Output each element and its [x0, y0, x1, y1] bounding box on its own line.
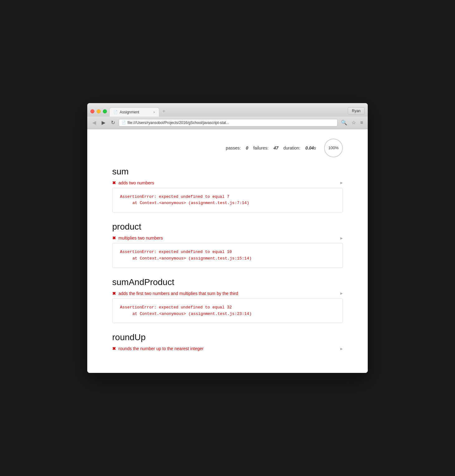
url-text: file:///Users/ryansobol/Projects/2016/gS…	[127, 121, 229, 125]
test-label: rounds the number up to the nearest inte…	[118, 346, 204, 351]
error-line2: at Context.<anonymous> (assignment.test.…	[120, 200, 335, 207]
failures-label: failures:	[253, 145, 269, 150]
expand-button[interactable]: ▶	[340, 181, 343, 184]
test-label: multiplies two numbers	[118, 236, 163, 240]
duration-label: duration:	[283, 145, 300, 150]
minimize-button[interactable]	[97, 109, 101, 113]
test-section-sum: sum ✖ adds two numbers ▶ AssertionError:…	[112, 167, 343, 213]
nav-bar: ◀ ▶ ↻ 📄 file:///Users/ryansobol/Projects…	[87, 117, 368, 129]
error-line1: AssertionError: expected undefined to eq…	[120, 249, 335, 255]
error-line2: at Context.<anonymous> (assignment.test.…	[120, 311, 335, 317]
expand-button[interactable]: ▶	[340, 236, 343, 240]
maximize-button[interactable]	[103, 109, 107, 113]
bookmark-button[interactable]: ☆	[350, 119, 357, 126]
url-doc-icon: 📄	[122, 121, 126, 125]
tab-title: Assignment	[120, 110, 139, 114]
tab-close-icon[interactable]: ×	[153, 110, 155, 114]
section-title-sum: sum	[112, 167, 343, 177]
fail-icon: ✖	[112, 346, 116, 351]
forward-button[interactable]: ▶	[100, 119, 107, 126]
test-item: ✖ rounds the number up to the nearest in…	[112, 346, 343, 351]
page-content: passes: 0 failures: 47 duration: 0.04s 1…	[87, 129, 368, 373]
expand-button[interactable]: ▶	[340, 347, 343, 350]
url-bar[interactable]: 📄 file:///Users/ryansobol/Projects/2016/…	[119, 119, 338, 126]
passes-value: 0	[246, 145, 248, 150]
error-line1: AssertionError: expected undefined to eq…	[120, 194, 335, 200]
test-item: ✖ adds the first two numbers and multipl…	[112, 291, 343, 296]
fail-icon: ✖	[112, 180, 116, 185]
active-tab[interactable]: 📄 Assignment ×	[109, 107, 159, 117]
test-item: ✖ multiplies two numbers ▶	[112, 236, 343, 240]
test-section-roundup: roundUp ✖ rounds the number up to the ne…	[112, 332, 343, 351]
test-label: adds two numbers	[118, 180, 154, 185]
browser-window: 📄 Assignment × + Ryan ◀ ▶ ↻ 📄 file:///Us…	[87, 103, 368, 373]
test-item: ✖ adds two numbers ▶	[112, 180, 343, 185]
stats-bar: passes: 0 failures: 47 duration: 0.04s 1…	[112, 139, 343, 157]
title-bar: 📄 Assignment × + Ryan	[87, 103, 368, 117]
back-button[interactable]: ◀	[90, 119, 98, 126]
error-box: AssertionError: expected undefined to eq…	[112, 243, 343, 268]
progress-circle: 100%	[324, 139, 343, 157]
search-button[interactable]: 🔍	[339, 119, 349, 126]
nav-actions: 🔍 ☆ ≡	[339, 119, 365, 126]
fail-icon: ✖	[112, 291, 116, 296]
tab-doc-icon: 📄	[113, 110, 118, 114]
test-section-product: product ✖ multiplies two numbers ▶ Asser…	[112, 222, 343, 268]
user-button[interactable]: Ryan	[348, 107, 365, 115]
reload-button[interactable]: ↻	[109, 119, 117, 126]
error-line2: at Context.<anonymous> (assignment.test.…	[120, 255, 335, 262]
duration-value: 0.04s	[305, 145, 316, 150]
test-section-sumandproduct: sumAndProduct ✖ adds the first two numbe…	[112, 277, 343, 323]
failures-value: 47	[274, 145, 279, 150]
close-button[interactable]	[90, 109, 94, 113]
error-line1: AssertionError: expected undefined to eq…	[120, 304, 335, 311]
section-title-roundup: roundUp	[112, 332, 343, 342]
test-label: adds the first two numbers and multiplie…	[118, 291, 238, 296]
menu-button[interactable]: ≡	[359, 119, 365, 126]
section-title-sumandproduct: sumAndProduct	[112, 277, 343, 287]
progress-value: 100%	[328, 145, 338, 150]
section-title-product: product	[112, 222, 343, 232]
error-box: AssertionError: expected undefined to eq…	[112, 298, 343, 323]
fail-icon: ✖	[112, 236, 116, 240]
new-tab-button[interactable]: +	[159, 106, 168, 117]
error-box: AssertionError: expected undefined to eq…	[112, 188, 343, 213]
traffic-lights	[90, 109, 107, 117]
expand-button[interactable]: ▶	[340, 292, 343, 295]
passes-label: passes:	[226, 145, 241, 150]
